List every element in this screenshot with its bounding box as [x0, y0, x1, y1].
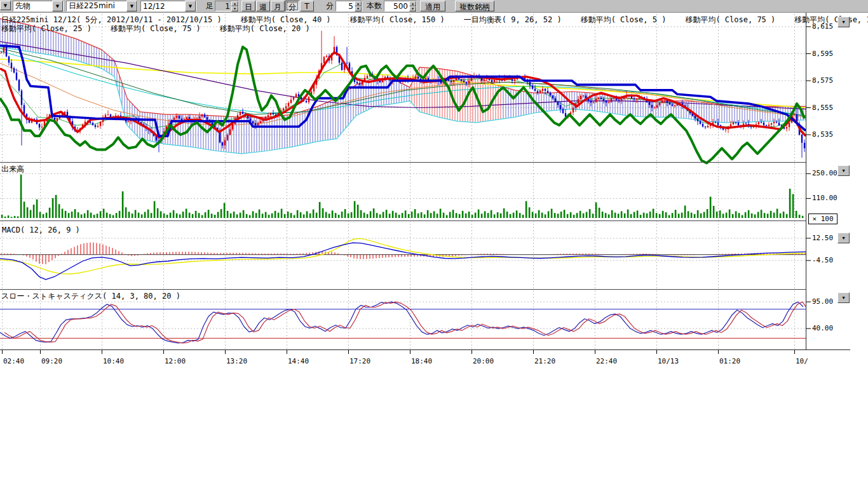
volume-multiplier-badge: × 100 — [808, 214, 837, 224]
legend-ma25: 移動平均( Close, 25 ) — [1, 24, 92, 34]
time-axis-tick-label: 09:20 — [41, 357, 62, 365]
stoch-axis-tick-label: 95.00 — [812, 297, 833, 306]
macd-axis-menu-button[interactable]: ▼ — [837, 233, 850, 243]
volume-axis-menu-button[interactable]: ▼ — [837, 165, 850, 176]
time-axis-tick-label: 22:40 — [596, 357, 617, 365]
time-axis-tick-label: 10:40 — [103, 357, 124, 365]
chevron-down-icon: ▼ — [842, 168, 844, 173]
chart-legend-row2: 移動平均( Close, 25 ) 移動平均( Close, 75 ) 移動平均… — [1, 24, 310, 34]
time-axis-tick-label: 13:20 — [226, 357, 247, 365]
stoch-axis-tick-label: 40.00 — [812, 324, 833, 332]
time-axis-tick-label: 20:00 — [473, 357, 494, 365]
stoch-axis-menu-button[interactable]: ▼ — [837, 292, 850, 303]
volume-axis-tick-label: 110.00 — [812, 194, 837, 202]
macd-axis-tick-label: -4.50 — [812, 256, 833, 264]
macd-axis-tick-label: 12.50 — [812, 234, 833, 242]
time-axis-tick-label: 21:20 — [534, 357, 555, 365]
stochastics-pane-label: スロー・ストキャスティクス( 14, 3, 80, 20 ) — [1, 291, 180, 302]
legend-ma150: 移動平均( Close, 150 ) — [350, 15, 445, 25]
legend-ma5: 移動平均( Close, 5 ) — [581, 15, 667, 25]
macd-pane-label: MACD( 12, 26, 9 ) — [2, 226, 80, 234]
legend-ma75: 移動平均( Close, 75 ) — [685, 15, 775, 25]
chevron-down-icon: ▼ — [842, 236, 844, 241]
time-axis-tick-label: 18:40 — [411, 357, 432, 365]
price-axis-menu-button[interactable]: ▼ — [837, 17, 850, 27]
price-chart-canvas — [0, 0, 868, 488]
chevron-down-icon: ▼ — [842, 295, 844, 301]
chevron-down-icon: ▼ — [842, 20, 844, 25]
time-axis-tick-label: 10/13 — [658, 357, 679, 365]
price-axis-tick-label: 8,595 — [812, 50, 833, 58]
time-axis-tick-label: 01:20 — [719, 357, 740, 365]
time-axis-tick-label: 12:00 — [165, 357, 186, 365]
time-axis-tick-label: 02:40 — [3, 357, 24, 365]
price-axis-tick-label: 8,615 — [812, 22, 833, 30]
time-axis-tick-label: 10/ — [796, 357, 808, 365]
price-axis-tick-label: 8,555 — [812, 104, 833, 112]
volume-axis-tick-label: 250.00 — [812, 169, 837, 177]
price-axis-tick-label: 8,535 — [812, 130, 833, 139]
legend-ichimoku: 一目均衡表( 9, 26, 52 ) — [464, 15, 562, 25]
time-axis-tick-label: 17:20 — [349, 357, 370, 365]
legend-ma75b: 移動平均( Close, 75 ) — [111, 24, 201, 34]
price-axis-tick-label: 8,575 — [812, 76, 833, 85]
time-axis-tick-label: 14:40 — [288, 357, 309, 365]
volume-pane-label: 出来高 — [1, 164, 24, 175]
trading-chart-app: ▼ 先物 ▼ 日経225mini ▼ 12/12 ▼ 足 1 ▲▼ 日 週 月 … — [0, 0, 868, 488]
legend-ma20: 移動平均( Close, 20 ) — [220, 24, 310, 34]
